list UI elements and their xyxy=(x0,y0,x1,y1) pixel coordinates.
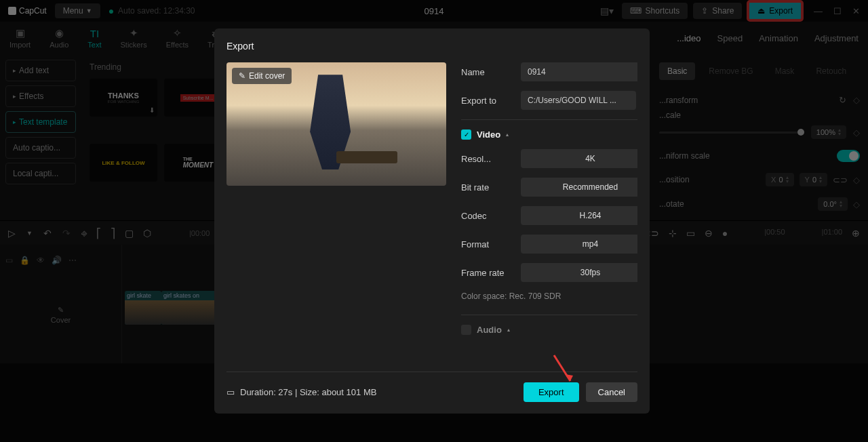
name-row: Name xyxy=(461,62,637,81)
film-icon: ▭ xyxy=(226,387,235,397)
format-select[interactable]: mp4▾ xyxy=(521,235,637,254)
bitrate-row: Bit rate Recommended▾ xyxy=(461,178,637,197)
modal-body: ✎ Edit cover Name Export to 🗀 ✓ Vi xyxy=(226,62,637,366)
modal-footer: ▭ Duration: 27s | Size: about 101 MB Exp… xyxy=(226,371,637,404)
duration-text: Duration: 27s | Size: about 101 MB xyxy=(240,387,376,397)
video-checkbox[interactable]: ✓ xyxy=(461,129,471,140)
preview-column: ✎ Edit cover xyxy=(226,62,446,366)
resolution-label: Resol... xyxy=(461,154,513,164)
divider xyxy=(461,315,637,315)
exportto-label: Export to xyxy=(461,96,513,106)
framerate-row: Frame rate 30fps▾ xyxy=(461,263,637,282)
name-input[interactable] xyxy=(521,62,637,81)
audio-section-label: Audio xyxy=(477,325,502,335)
resolution-row: Resol... 4K▾ xyxy=(461,149,637,168)
video-section-label: Video xyxy=(477,129,500,140)
pencil-icon: ✎ xyxy=(239,71,245,81)
format-label: Format xyxy=(461,239,513,249)
edit-cover-label: Edit cover xyxy=(249,71,285,81)
framerate-label: Frame rate xyxy=(461,268,513,278)
bitrate-label: Bit rate xyxy=(461,182,513,193)
exportto-row: Export to 🗀 xyxy=(461,91,637,110)
collapse-icon[interactable]: ▴ xyxy=(507,327,510,333)
framerate-select[interactable]: 30fps▾ xyxy=(521,263,637,282)
video-section-header[interactable]: ✓ Video ▴ xyxy=(461,129,637,140)
audio-checkbox[interactable] xyxy=(461,325,471,335)
framerate-value: 30fps xyxy=(580,268,600,277)
export-modal: Export ✎ Edit cover Name Export to 🗀 xyxy=(214,28,650,414)
format-value: mp4 xyxy=(583,239,598,249)
collapse-icon[interactable]: ▴ xyxy=(506,132,509,138)
colorspace-text: Color space: Rec. 709 SDR xyxy=(461,292,637,301)
resolution-value: 4K xyxy=(585,154,595,163)
format-row: Format mp4▾ xyxy=(461,235,637,254)
name-label: Name xyxy=(461,67,513,77)
resolution-select[interactable]: 4K▾ xyxy=(521,149,637,168)
export-confirm-button[interactable]: Export xyxy=(524,382,579,402)
codec-select[interactable]: H.264▾ xyxy=(521,206,637,225)
cancel-button[interactable]: Cancel xyxy=(586,382,637,402)
exportto-input[interactable] xyxy=(521,91,636,110)
codec-row: Codec H.264▾ xyxy=(461,206,637,225)
cover-preview: ✎ Edit cover xyxy=(226,62,446,186)
codec-value: H.264 xyxy=(579,211,601,220)
export-form: Name Export to 🗀 ✓ Video ▴ Resol... 4K▾ xyxy=(461,62,637,366)
audio-section-header[interactable]: Audio ▴ xyxy=(461,325,637,335)
bitrate-value: Recommended xyxy=(563,182,618,192)
divider xyxy=(461,119,637,120)
duration-info: ▭ Duration: 27s | Size: about 101 MB xyxy=(226,387,376,397)
codec-label: Codec xyxy=(461,211,513,221)
footer-buttons: Export Cancel xyxy=(524,382,637,402)
bitrate-select[interactable]: Recommended▾ xyxy=(521,178,637,197)
edit-cover-button[interactable]: ✎ Edit cover xyxy=(232,68,292,84)
modal-title: Export xyxy=(226,41,637,52)
